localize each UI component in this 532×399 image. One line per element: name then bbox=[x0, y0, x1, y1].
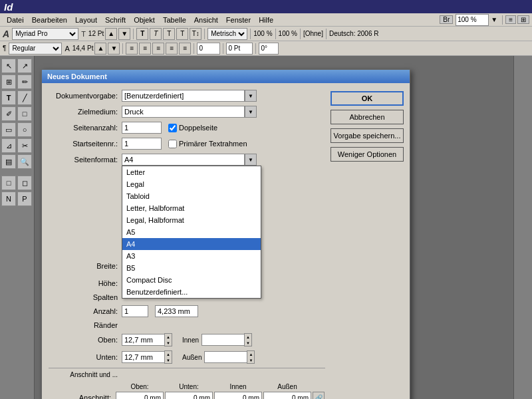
style-icon: ¶ bbox=[3, 45, 6, 52]
align-justify2[interactable]: ≡ bbox=[179, 43, 191, 55]
zoom-input[interactable] bbox=[456, 14, 489, 26]
unten-up[interactable]: ▲ bbox=[165, 351, 172, 357]
dokumentvorgabe-input[interactable] bbox=[122, 90, 245, 102]
align-right[interactable]: ≡ bbox=[152, 43, 164, 55]
dropdown-item-a3[interactable]: A3 bbox=[122, 250, 261, 262]
dropdown-item-custom[interactable]: Benutzerdefiniert... bbox=[122, 286, 261, 298]
raender-aussen-input[interactable] bbox=[204, 351, 247, 363]
style-T5[interactable]: T↕ bbox=[190, 28, 201, 40]
seitenanzahl-input[interactable] bbox=[122, 122, 162, 134]
seitenformat-input[interactable] bbox=[122, 154, 245, 166]
abstand-input[interactable] bbox=[155, 305, 198, 317]
align-center[interactable]: ≡ bbox=[139, 43, 151, 55]
menu-bearbeiten[interactable]: Bearbeiten bbox=[28, 15, 71, 25]
style-T1[interactable]: T bbox=[136, 28, 148, 40]
tool-gradient[interactable]: ▤ bbox=[1, 154, 16, 169]
tool-scissors[interactable]: ✂ bbox=[17, 138, 32, 153]
aussen-down[interactable]: ▼ bbox=[247, 357, 254, 363]
tool-zoom[interactable]: 🔍 bbox=[17, 154, 32, 169]
zielmedium-input[interactable] bbox=[122, 106, 245, 118]
font-style-select[interactable]: Regular bbox=[9, 43, 62, 55]
oben-up[interactable]: ▲ bbox=[165, 334, 172, 340]
anschnitt-unten[interactable] bbox=[165, 392, 213, 399]
anschnitt-link[interactable]: 🔗 bbox=[313, 392, 325, 399]
dropdown-item-letter[interactable]: Letter bbox=[122, 166, 261, 178]
font-size-down[interactable]: ▼ bbox=[118, 28, 130, 40]
window-controls[interactable]: ⊞ bbox=[517, 15, 529, 24]
menu-fenster[interactable]: Fenster bbox=[222, 15, 255, 25]
style-T2[interactable]: T bbox=[150, 28, 162, 40]
tool-pen[interactable]: ✏ bbox=[17, 74, 32, 89]
zielmedium-arrow[interactable]: ▼ bbox=[245, 106, 257, 118]
dropdown-item-a4[interactable]: A4 bbox=[122, 238, 261, 250]
fewer-options-button[interactable]: Weniger Optionen bbox=[331, 147, 404, 162]
metrics-select[interactable]: Metrisch bbox=[207, 28, 247, 40]
dropdown-item-letter-half[interactable]: Letter, Halbformat bbox=[122, 202, 261, 214]
size2-down[interactable]: ▼ bbox=[108, 43, 120, 55]
tool-transform[interactable]: ⊿ bbox=[1, 138, 16, 153]
tool-pencil[interactable]: ✐ bbox=[1, 106, 16, 121]
ok-button[interactable]: OK bbox=[331, 91, 404, 106]
font-size-label: 12 Pt bbox=[88, 30, 104, 37]
dropdown-item-b5[interactable]: B5 bbox=[122, 262, 261, 274]
doppelseite-checkbox[interactable] bbox=[168, 124, 177, 132]
aussen-up[interactable]: ▲ bbox=[247, 351, 254, 357]
tracking-input[interactable] bbox=[197, 43, 220, 55]
menu-objekt[interactable]: Objekt bbox=[130, 15, 159, 25]
raender-innen-input[interactable] bbox=[201, 334, 245, 346]
menu-hilfe[interactable]: Hilfe bbox=[255, 15, 277, 25]
primaer-checkbox[interactable] bbox=[168, 140, 177, 148]
tool-preview[interactable]: P bbox=[17, 192, 32, 206]
tool-normal[interactable]: N bbox=[1, 192, 16, 206]
tool-rect[interactable]: ▭ bbox=[1, 122, 16, 137]
dropdown-item-tabloid[interactable]: Tabloid bbox=[122, 190, 261, 202]
tool-ellipse[interactable]: ○ bbox=[17, 122, 32, 137]
style-T3[interactable]: T bbox=[163, 28, 175, 40]
align-left[interactable]: ≡ bbox=[126, 43, 138, 55]
menu-ansicht[interactable]: Ansicht bbox=[190, 15, 222, 25]
tool-stroke[interactable]: ◻ bbox=[17, 176, 32, 190]
tool-text[interactable]: T bbox=[1, 90, 16, 105]
baseline-input[interactable] bbox=[226, 43, 253, 55]
cancel-button[interactable]: Abbrechen bbox=[331, 110, 404, 124]
bridge-btn[interactable]: Br bbox=[440, 15, 453, 24]
dropdown-item-compact-disc[interactable]: Compact Disc bbox=[122, 274, 261, 286]
raender-oben-input[interactable] bbox=[122, 334, 165, 346]
anschnitt-innen[interactable] bbox=[214, 392, 262, 399]
font-size-up[interactable]: ▲ bbox=[105, 28, 117, 40]
dialog-title: Neues Dokument bbox=[47, 72, 107, 80]
dropdown-item-legal[interactable]: Legal bbox=[122, 178, 261, 190]
startseite-input[interactable] bbox=[122, 138, 162, 150]
tool-shape[interactable]: □ bbox=[17, 106, 32, 121]
size2-up[interactable]: ▲ bbox=[94, 43, 106, 55]
innen-down[interactable]: ▼ bbox=[245, 340, 251, 346]
preset-button[interactable]: Vorgabe speichern... bbox=[331, 128, 404, 143]
tool-line[interactable]: ╱ bbox=[17, 90, 32, 105]
scale1-label: 100 % bbox=[253, 30, 272, 37]
innen-up[interactable]: ▲ bbox=[245, 334, 251, 340]
dropdown-item-a5[interactable]: A5 bbox=[122, 226, 261, 238]
tool-fill[interactable]: □ bbox=[1, 176, 16, 190]
menu-tabelle[interactable]: Tabelle bbox=[159, 15, 190, 25]
oben-down[interactable]: ▼ bbox=[165, 340, 172, 346]
unten-down[interactable]: ▼ bbox=[165, 357, 172, 363]
anschnitt-aussen[interactable] bbox=[263, 392, 311, 399]
raender-unten-input[interactable] bbox=[122, 351, 165, 363]
font-family-select[interactable]: Myriad Pro bbox=[12, 28, 78, 40]
tool-direct-select[interactable]: ↗ bbox=[17, 59, 32, 73]
align-justify[interactable]: ≡ bbox=[166, 43, 178, 55]
anzahl-input[interactable] bbox=[122, 305, 148, 317]
style-T4[interactable]: T bbox=[176, 28, 188, 40]
tool-select[interactable]: ↖ bbox=[1, 59, 16, 73]
tool-gap[interactable]: ⊞ bbox=[1, 74, 16, 89]
label-startseite: Startseitennr.: bbox=[49, 140, 122, 148]
dropdown-item-legal-half[interactable]: Legal, Halbformat bbox=[122, 214, 261, 226]
seitenformat-arrow[interactable]: ▼ bbox=[245, 154, 257, 166]
menu-schrift[interactable]: Schrift bbox=[101, 15, 130, 25]
angle-input[interactable] bbox=[259, 43, 279, 55]
anschnitt-oben[interactable] bbox=[116, 392, 164, 399]
view-options[interactable]: ≡ bbox=[505, 15, 516, 24]
menu-layout[interactable]: Layout bbox=[71, 15, 101, 25]
dokumentvorgabe-arrow[interactable]: ▼ bbox=[245, 90, 257, 102]
menu-datei[interactable]: Datei bbox=[3, 15, 28, 25]
